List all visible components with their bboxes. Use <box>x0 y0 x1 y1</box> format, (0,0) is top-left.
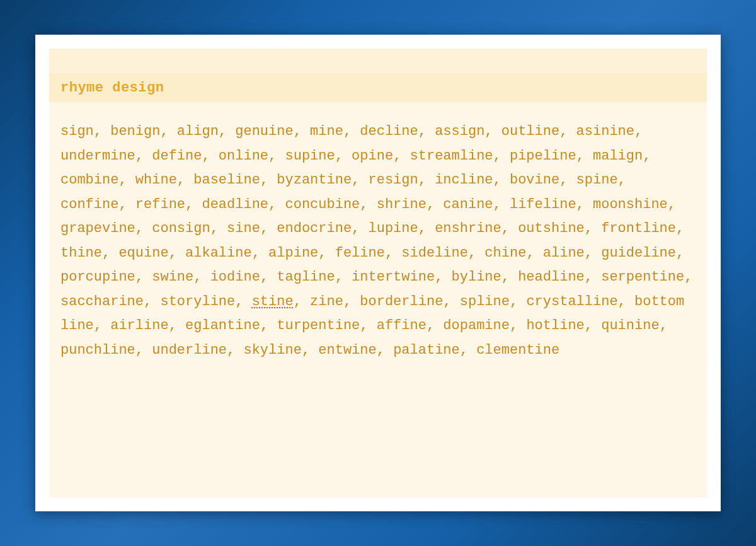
rhyme-word: refine <box>135 197 185 212</box>
rhyme-word-misspelled: stine <box>252 294 294 310</box>
rhyme-word: canine <box>443 197 493 212</box>
document-inner: rhyme design sign, benign, align, genuin… <box>49 49 707 497</box>
rhyme-word: mine <box>310 124 343 139</box>
rhyme-word: malign <box>593 148 643 164</box>
rhyme-word: quinine <box>601 318 659 334</box>
rhyme-word: deadline <box>202 197 268 212</box>
rhyme-word: opine <box>352 148 393 164</box>
rhyme-word: pipeline <box>510 148 576 164</box>
rhyme-word: borderline <box>360 294 443 310</box>
document-card: rhyme design sign, benign, align, genuin… <box>35 35 721 511</box>
title-text: rhyme design <box>60 80 164 96</box>
rhyme-word: storyline <box>160 294 235 310</box>
rhyme-word: aline <box>543 245 585 261</box>
title-bar: rhyme design <box>49 74 707 102</box>
rhyme-word: underline <box>152 342 227 358</box>
rhyme-word: outshine <box>518 221 585 236</box>
rhyme-word: online <box>219 148 268 164</box>
rhyme-word: crystalline <box>526 294 617 310</box>
rhyme-word: hotline <box>526 318 584 334</box>
rhyme-word: palatine <box>393 342 460 358</box>
rhyme-word: sideline <box>401 245 468 261</box>
rhyme-word: align <box>177 124 219 139</box>
rhyme-word: entwine <box>318 342 376 358</box>
rhyme-word: thine <box>60 245 102 261</box>
rhyme-word: consign <box>152 221 210 236</box>
rhyme-word: airline <box>110 318 168 334</box>
rhyme-word: turpentine <box>277 318 360 334</box>
rhyme-word: undermine <box>60 148 135 164</box>
rhyme-word: guideline <box>601 245 676 261</box>
rhyme-word: shrine <box>377 197 427 212</box>
rhyme-word: lifeline <box>510 197 576 212</box>
rhyme-word: porcupine <box>60 269 135 285</box>
rhyme-word: outline <box>501 124 559 139</box>
rhyme-word: concubine <box>285 197 360 212</box>
rhyme-word: streamline <box>410 148 493 164</box>
rhyme-word: supine <box>285 148 335 164</box>
rhyme-word: frontline <box>601 221 676 236</box>
rhyme-word: moonshine <box>593 197 668 212</box>
rhyme-word: baseline <box>193 172 260 188</box>
rhyme-word: spine <box>576 172 618 188</box>
rhyme-word: equine <box>118 245 168 261</box>
rhyme-word: iodine <box>210 269 260 285</box>
header-spacer <box>49 49 707 74</box>
rhyme-word: feline <box>335 245 385 261</box>
rhyme-word: combine <box>60 172 118 188</box>
rhyme-word: spline <box>460 294 510 310</box>
rhyme-word: tagline <box>277 269 335 285</box>
rhyme-word: incline <box>435 172 493 188</box>
rhyme-word: punchline <box>60 342 135 358</box>
rhyme-word: zine <box>310 294 343 310</box>
rhyme-word: dopamine <box>443 318 510 334</box>
rhyme-word: chine <box>484 245 526 261</box>
rhyme-word: define <box>152 148 202 164</box>
rhyme-word: sign <box>60 124 94 139</box>
rhyme-word: assign <box>435 124 484 139</box>
rhyme-word: enshrine <box>435 221 501 236</box>
rhyme-word: byzantine <box>277 172 352 188</box>
rhyme-word: saccharine <box>60 294 144 310</box>
rhyme-word: resign <box>369 172 418 188</box>
rhyme-word: whine <box>135 172 177 188</box>
rhyme-word: clementine <box>476 342 559 358</box>
rhyme-word: bovine <box>510 172 559 188</box>
rhyme-word: headline <box>518 269 585 285</box>
rhyme-word: benign <box>110 124 160 139</box>
rhyme-word: grapevine <box>60 221 135 236</box>
rhyme-word: alpine <box>268 245 318 261</box>
rhyme-word: eglantine <box>185 318 260 334</box>
rhyme-word: intertwine <box>352 269 435 285</box>
rhyme-word: skyline <box>243 342 301 358</box>
rhyme-word: alkaline <box>185 245 252 261</box>
rhyme-word: decline <box>360 124 418 139</box>
rhyme-word: sine <box>227 221 260 236</box>
rhyme-word: affine <box>377 318 427 334</box>
rhyme-word: swine <box>152 269 193 285</box>
rhyme-word: endocrine <box>277 221 352 236</box>
rhyme-word: asinine <box>576 124 634 139</box>
rhyme-word: genuine <box>235 124 293 139</box>
word-list-content: sign, benign, align, genuine, mine, decl… <box>49 102 707 374</box>
rhyme-word: lupine <box>369 221 418 236</box>
rhyme-word: confine <box>60 197 118 212</box>
rhyme-word: byline <box>452 269 501 285</box>
rhyme-word: serpentine <box>601 269 684 285</box>
